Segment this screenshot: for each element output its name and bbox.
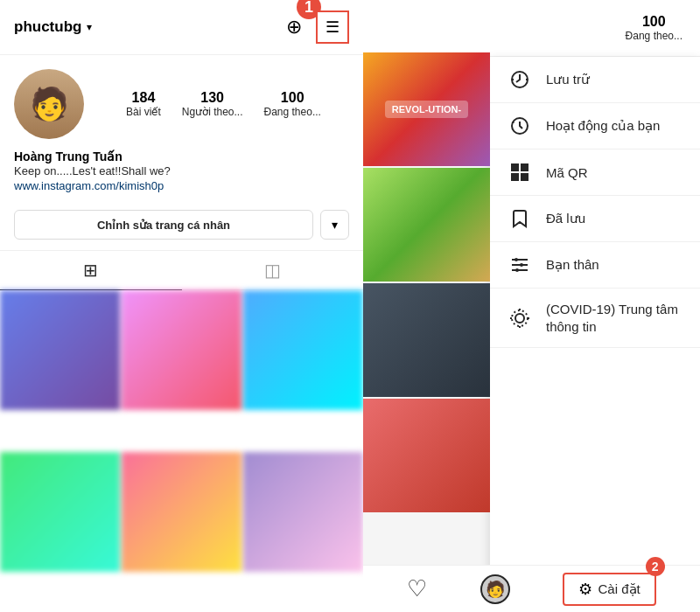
- right-photo-4[interactable]: [363, 399, 490, 512]
- grid-photo-3[interactable]: [243, 290, 363, 410]
- username-row: phuctubg ▾: [14, 18, 92, 36]
- svg-rect-10: [514, 176, 516, 178]
- following-count: 100: [281, 90, 304, 106]
- followers-label: Người theo...: [182, 106, 243, 118]
- profile-nav-avatar[interactable]: 🧑: [480, 574, 510, 604]
- edit-profile-button[interactable]: Chỉnh sửa trang cá nhân: [14, 210, 313, 240]
- hamburger-menu-button[interactable]: ☰: [316, 10, 349, 44]
- tab-tagged[interactable]: ◫: [182, 251, 364, 290]
- grid-photo-6[interactable]: [243, 452, 363, 572]
- settings-badge: 2: [646, 557, 665, 576]
- posts-stat: 184 Bài viết: [126, 90, 161, 118]
- chevron-down-icon: ▾: [87, 21, 92, 33]
- display-name: Hoàng Trung Tuấn: [14, 150, 349, 163]
- followers-count: 130: [200, 90, 224, 106]
- heart-icon[interactable]: ♡: [407, 575, 427, 602]
- grid-photo-4[interactable]: [0, 452, 120, 572]
- bio-section: Hoàng Trung Tuấn Keep on.....Les't eat!!…: [0, 146, 363, 203]
- archive-icon: [508, 69, 532, 90]
- close-friends-icon: [508, 254, 532, 275]
- menu-item-saved[interactable]: Đã lưu: [490, 196, 700, 242]
- covid-label: (COVID-19) Trung tâmthông tin: [546, 301, 678, 335]
- svg-rect-9: [523, 166, 526, 169]
- settings-nav-container: 2 ⚙ Cài đặt: [563, 573, 655, 606]
- right-panel: 100 Đang theo... REVOL-UTION- Lưu trữ: [363, 0, 700, 612]
- svg-rect-13: [525, 177, 528, 180]
- settings-label: Cài đặt: [598, 581, 640, 597]
- svg-rect-15: [525, 174, 528, 177]
- bottom-navigation: ♡ 🧑 2 ⚙ Cài đặt: [363, 565, 700, 612]
- grid-photo-5[interactable]: [122, 452, 242, 572]
- posts-count: 184: [132, 90, 156, 106]
- right-following-label: Đang theo...: [626, 30, 682, 42]
- avatar: 🧑: [14, 69, 84, 139]
- activity-label: Hoạt động của bạn: [546, 118, 660, 134]
- saved-label: Đã lưu: [546, 211, 585, 226]
- menu-item-qr[interactable]: Mã QR: [490, 150, 700, 196]
- svg-point-23: [512, 310, 528, 326]
- right-photo-2[interactable]: [363, 168, 490, 282]
- tab-grid[interactable]: ⊞: [0, 251, 182, 290]
- saved-icon: [508, 208, 532, 229]
- close-friends-label: Bạn thân: [546, 257, 599, 273]
- settings-button[interactable]: ⚙ Cài đặt: [563, 573, 655, 606]
- covid-icon: [508, 308, 532, 329]
- svg-point-19: [514, 258, 518, 261]
- right-photo-column: REVOL-UTION-: [363, 52, 490, 512]
- stats-row: 184 Bài viết 130 Người theo... 100 Đang …: [98, 90, 349, 118]
- followers-stat[interactable]: 130 Người theo...: [182, 90, 243, 118]
- svg-rect-12: [522, 174, 524, 177]
- svg-point-21: [515, 268, 519, 272]
- left-panel: phuctubg ▾ ⊕ 1 ☰ 🧑 184 Bài viết 130 Ngườ…: [0, 0, 363, 612]
- photo-grid: [0, 290, 363, 612]
- bio-text: Keep on.....Les't eat!!Shall we?: [14, 163, 349, 179]
- edit-profile-row: Chỉnh sửa trang cá nhân ▾: [0, 203, 363, 250]
- posts-label: Bài viết: [126, 106, 161, 118]
- following-label: Đang theo...: [264, 106, 321, 118]
- profile-dropdown-button[interactable]: ▾: [320, 210, 349, 240]
- right-photo-1[interactable]: REVOL-UTION-: [363, 52, 490, 166]
- dropdown-menu: Lưu trữ Hoạt động của bạn: [490, 57, 700, 612]
- menu-item-archive[interactable]: Lưu trữ: [490, 57, 700, 103]
- svg-rect-8: [514, 166, 516, 169]
- svg-point-22: [515, 314, 524, 323]
- profile-tabs: ⊞ ◫: [0, 250, 363, 290]
- menu-item-close-friends[interactable]: Bạn thân: [490, 242, 700, 289]
- menu-item-covid[interactable]: (COVID-19) Trung tâmthông tin: [490, 289, 700, 348]
- svg-point-20: [520, 263, 523, 267]
- grid-photo-2[interactable]: [122, 290, 242, 410]
- avatar-image: 🧑: [14, 69, 84, 139]
- svg-rect-14: [522, 177, 524, 180]
- qr-icon: [508, 162, 532, 183]
- add-post-icon[interactable]: ⊕: [286, 16, 302, 38]
- settings-gear-icon: ⚙: [578, 580, 592, 599]
- following-stat[interactable]: 100 Đang theo...: [264, 90, 321, 118]
- profile-info-row: 🧑 184 Bài viết 130 Người theo... 100 Đan…: [0, 55, 363, 146]
- bio-link[interactable]: www.instagram.com/kimish0p: [14, 179, 349, 192]
- right-following-count: 100: [642, 14, 666, 30]
- username: phuctubg: [14, 18, 81, 36]
- header-icons: ⊕ 1 ☰: [286, 10, 349, 44]
- qr-label: Mã QR: [546, 165, 588, 180]
- menu-item-activity[interactable]: Hoạt động của bạn: [490, 103, 700, 150]
- activity-icon: [508, 115, 532, 136]
- grid-photo-1[interactable]: [0, 290, 120, 410]
- right-photo-3[interactable]: [363, 283, 490, 397]
- profile-header: phuctubg ▾ ⊕ 1 ☰: [0, 0, 363, 55]
- archive-label: Lưu trữ: [546, 72, 590, 87]
